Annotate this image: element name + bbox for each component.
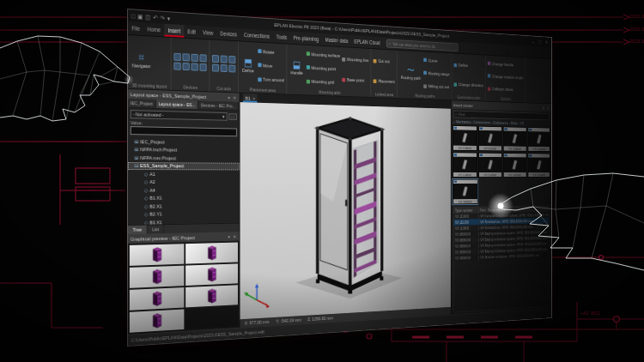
undo-icon[interactable]: ↶ (153, 14, 157, 20)
open-icon[interactable]: ▣ (137, 13, 143, 19)
milling-cut-out-button[interactable]: Milling cut out (424, 84, 450, 89)
menu-tab[interactable]: View (199, 26, 216, 39)
menu-tab[interactable]: Devices (216, 27, 240, 40)
panel-menu-icon[interactable]: ▾ (228, 95, 231, 100)
handle-button[interactable]: ⬓ Handle (289, 46, 305, 88)
routing-range-button[interactable]: Routing range (424, 71, 450, 77)
home-icon[interactable]: ⌂ (453, 119, 455, 124)
menu-tab[interactable]: File (128, 21, 143, 35)
tree-item[interactable]: ⊟ESS_Sample_Project (128, 162, 240, 171)
menu-tab[interactable]: Master data (322, 33, 351, 47)
part-thumbnail[interactable]: VX 111800 (478, 153, 502, 178)
maximize-button[interactable]: ▢ (538, 39, 541, 45)
part-caption: VX 110400 (528, 147, 550, 151)
panel-close-icon[interactable]: ✕ (233, 234, 237, 239)
save-icon[interactable]: ◫ (145, 14, 150, 20)
preview-thumbnail[interactable] (185, 243, 238, 264)
mounting-line-button[interactable]: Mounting line (343, 57, 369, 63)
cutout-icon-button[interactable] (228, 56, 235, 63)
device-icon-button[interactable] (174, 63, 181, 70)
routing-path-button[interactable]: 〜 Routing path (399, 52, 422, 93)
sidebar-tab[interactable]: Devices - IEC Pro... (198, 101, 239, 111)
preview-thumbnail[interactable] (185, 263, 238, 286)
minimize-button[interactable]: – (532, 39, 534, 44)
panel-menu-icon[interactable]: ▾ (228, 234, 231, 239)
customize-toolbar-icon[interactable]: ▾ (167, 15, 170, 21)
3d-viewport[interactable] (240, 102, 451, 319)
part-thumbnail-selected[interactable]: VX 180600 (453, 179, 477, 205)
rotate-button[interactable]: Rotate (258, 49, 284, 55)
value-input[interactable] (131, 126, 237, 136)
change-rotation-angle-button[interactable]: Change rotation angle (488, 74, 524, 80)
locked-cut-out-button[interactable]: Cut out (374, 58, 395, 64)
device-icon-button[interactable] (200, 54, 207, 62)
menu-tab[interactable]: Home (143, 22, 164, 36)
preview-thumbnail[interactable] (130, 266, 185, 288)
device-icon-button[interactable] (191, 63, 198, 70)
change-direction-button[interactable]: Change direction (454, 82, 483, 88)
part-thumbnail[interactable]: VX 110406 (527, 153, 550, 178)
document-tab-b1[interactable]: B1 × (243, 94, 258, 103)
menu-tab[interactable]: Tools (273, 31, 290, 44)
device-icon-button[interactable] (200, 63, 207, 71)
view-tab[interactable]: List (148, 225, 165, 233)
menu-tab[interactable]: Insert (164, 24, 184, 38)
device-icon-button[interactable] (183, 63, 190, 70)
navigator-button[interactable]: ⌗ Navigator (131, 37, 153, 82)
menu-tab[interactable]: EPLAN Cloud (351, 35, 383, 49)
part-thumbnail[interactable]: VX 110800 (453, 152, 477, 178)
change-handle-button[interactable]: Change handle (488, 61, 524, 67)
cutout-icon-button[interactable] (212, 55, 219, 63)
device-icon-button[interactable] (174, 53, 181, 61)
tree-item[interactable]: ◇A2 (128, 178, 240, 186)
mounting-surface-button[interactable]: Mounting surface (307, 51, 340, 58)
find-input[interactable] (459, 112, 548, 119)
menu-tab[interactable]: Edit (184, 25, 199, 39)
cutout-icon-button[interactable] (221, 55, 228, 63)
move-button[interactable]: Move (258, 63, 284, 69)
base-point-button[interactable]: Base point (343, 77, 369, 83)
mounting-grid-button[interactable]: Mounting grid (307, 79, 340, 85)
close-button[interactable]: ✕ (545, 39, 549, 45)
cutout-icon-button[interactable] (221, 64, 228, 72)
tree-item[interactable]: ◇A1 (128, 170, 240, 178)
sidebar-tab[interactable]: IEC_Project (128, 99, 156, 108)
define-connection-button[interactable]: Define (454, 63, 483, 69)
browse-button[interactable]: … (228, 113, 237, 120)
turn-around-button[interactable]: Turn around (258, 77, 284, 83)
curve-button[interactable]: Curve (424, 57, 450, 63)
device-icon-button[interactable] (183, 53, 190, 61)
sidebar-tab[interactable]: Layout space - ES... (156, 100, 198, 109)
device-icon-button[interactable] (191, 54, 198, 62)
part-type-icon (454, 127, 458, 130)
redo-icon[interactable]: ↷ (161, 15, 165, 21)
col-type-number[interactable]: Type number (454, 208, 479, 213)
menu-tab[interactable]: Connections (240, 28, 273, 42)
menu-tab[interactable]: Pre-planning (290, 32, 322, 45)
part-thumbnail[interactable]: VX 110600 (453, 125, 477, 151)
part-thumbnail[interactable]: VX 110400 (527, 127, 550, 152)
preview-thumbnail[interactable] (130, 244, 185, 266)
panel-close-icon[interactable]: ✕ (546, 106, 550, 110)
part-thumbnail[interactable]: VX 113600 (503, 126, 526, 151)
new-icon[interactable]: □ (131, 13, 135, 19)
collision-check-button[interactable]: Collision check (488, 87, 524, 93)
tab-close-icon[interactable]: × (252, 95, 255, 100)
preview-thumbnail[interactable] (130, 287, 185, 311)
part-thumbnail[interactable]: VX 112000 (503, 153, 526, 178)
panel-header-icons[interactable]: ▾ ✕ (228, 234, 237, 239)
pin-icon[interactable]: ⊼ (542, 106, 544, 110)
panel-header-icons[interactable]: ⊼ ✕ (542, 106, 550, 110)
ribbon-group-locked-area: Cut out Placement Locked area (372, 49, 398, 98)
cutout-icon-button[interactable] (228, 65, 235, 73)
locked-placement-button[interactable]: Placement (374, 78, 395, 83)
cutout-icon-button[interactable] (212, 64, 219, 72)
preview-thumbnail[interactable] (130, 309, 185, 332)
mounting-point-button[interactable]: Mounting point (307, 65, 340, 71)
define-placement-button[interactable]: ⬒ Define (241, 43, 256, 86)
preview-thumbnail[interactable] (185, 285, 238, 307)
panel-header-icons[interactable]: ▾ ✕ (228, 95, 237, 100)
view-tab[interactable]: Tree (128, 226, 148, 234)
part-thumbnail[interactable]: VX 111200 (478, 126, 502, 152)
panel-close-icon[interactable]: ✕ (233, 95, 237, 100)
